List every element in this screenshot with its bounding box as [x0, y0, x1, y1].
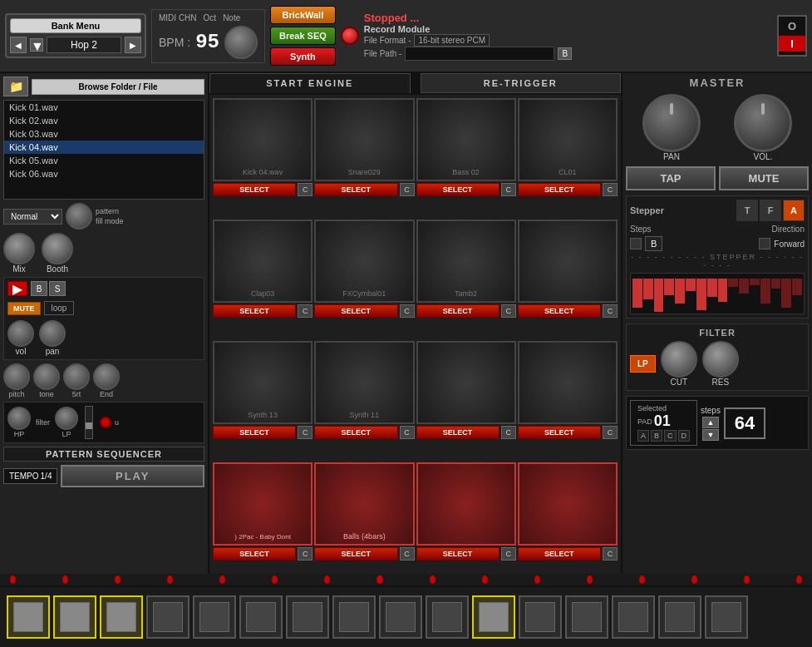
pad-clap03[interactable]: Clap03	[213, 220, 312, 303]
select-btn-fxcymbal01[interactable]: SELECT	[314, 304, 397, 318]
f-button[interactable]: F	[760, 200, 781, 221]
record-dot[interactable]	[341, 27, 359, 45]
c-btn-balls4bars[interactable]: C	[400, 547, 415, 561]
file-item[interactable]: Kick 03.wav	[4, 127, 204, 141]
c-btn-r3c2[interactable]: C	[501, 547, 516, 561]
bpm-knob[interactable]	[224, 26, 258, 59]
select-btn-balls4bars[interactable]: SELECT	[314, 547, 397, 561]
bottom-pad-1[interactable]	[7, 595, 50, 639]
pan-knob-master[interactable]	[642, 94, 701, 152]
browse-button[interactable]: Browse Folder / File	[32, 79, 204, 95]
bottom-pad-5[interactable]	[193, 595, 236, 639]
c-btn-cl01[interactable]: C	[603, 183, 618, 196]
pad-active-r3c3[interactable]	[518, 462, 618, 546]
select-btn-clap03[interactable]: SELECT	[213, 304, 296, 318]
select-btn-bass02[interactable]: SELECT	[416, 183, 500, 196]
mode-select[interactable]: Normal Pattern Fill Mode	[3, 209, 62, 225]
tone-knob[interactable]	[33, 363, 60, 390]
c-btn-r2c2[interactable]: C	[501, 426, 516, 439]
play-button[interactable]: PLAY	[61, 465, 204, 487]
bottom-pad-9[interactable]	[379, 595, 422, 639]
steps-checkbox[interactable]	[630, 238, 642, 249]
select-btn-snare029[interactable]: SELECT	[314, 183, 397, 196]
a-button[interactable]: A	[783, 200, 805, 221]
end-knob[interactable]	[93, 363, 120, 390]
bottom-pad-3[interactable]	[100, 595, 143, 639]
file-item[interactable]: Kick 01.wav	[4, 101, 204, 114]
c-pad-btn[interactable]: C	[664, 430, 677, 442]
bottom-pad-16[interactable]	[705, 595, 748, 639]
loop-button[interactable]: loop	[44, 301, 75, 315]
file-item[interactable]: Kick 02.wav	[4, 114, 204, 127]
t-button[interactable]: T	[736, 200, 758, 221]
c-btn-r1c3[interactable]: C	[603, 304, 618, 318]
bank-prev-button[interactable]: ◀	[10, 37, 27, 53]
b-pad-btn[interactable]: B	[651, 430, 662, 442]
c-btn-synth13[interactable]: C	[298, 426, 312, 439]
folder-icon[interactable]: 📁	[3, 77, 28, 96]
start-engine-tab[interactable]: START ENGINE	[209, 73, 411, 93]
c-btn-synth11[interactable]: C	[400, 426, 415, 439]
brickwall-button[interactable]: BrickWall	[270, 6, 336, 24]
pad-fxcymbal01[interactable]: FXCymbal01	[314, 220, 414, 303]
select-btn-r2c2[interactable]: SELECT	[416, 426, 500, 439]
tap-button[interactable]: TAP	[626, 166, 716, 190]
bottom-pad-6[interactable]	[239, 595, 283, 639]
vol-knob-master[interactable]	[734, 94, 792, 152]
b-btn[interactable]: B	[31, 281, 47, 296]
select-btn-r3c3[interactable]: SELECT	[518, 547, 601, 561]
select-btn-synth11[interactable]: SELECT	[314, 426, 397, 439]
pad-synth13[interactable]: Synth 13	[213, 341, 312, 424]
select-btn-r3c2[interactable]: SELECT	[416, 547, 500, 561]
break-seq-button[interactable]: Break SEQ	[270, 27, 336, 45]
select-btn-cl01[interactable]: SELECT	[518, 183, 601, 196]
bottom-pad-15[interactable]	[658, 595, 701, 639]
forward-checkbox[interactable]	[759, 238, 770, 249]
b-button[interactable]: B	[558, 47, 572, 60]
file-path-input[interactable]	[405, 47, 554, 61]
bottom-pad-7[interactable]	[286, 595, 329, 639]
pad-active-r3c2[interactable]	[416, 462, 516, 546]
re-trigger-tab[interactable]: RE-TRIGGER	[421, 73, 622, 93]
bank-dropdown-icon[interactable]: ▼	[30, 38, 43, 52]
file-item-selected[interactable]: Kick 04.wav	[4, 141, 204, 154]
lp-display[interactable]: LP	[630, 355, 656, 373]
vol-knob[interactable]	[7, 320, 34, 347]
c-btn-bass02[interactable]: C	[501, 183, 516, 196]
bottom-pad-8[interactable]	[332, 595, 376, 639]
s-btn[interactable]: S	[49, 281, 66, 296]
pad-empty-r1c3[interactable]	[518, 220, 618, 303]
c-btn-fxcymbal01[interactable]: C	[400, 304, 415, 318]
c-btn-clap03[interactable]: C	[298, 304, 312, 318]
bottom-pad-2[interactable]	[53, 595, 96, 639]
steps-up-button[interactable]: ▲	[702, 417, 719, 428]
bottom-pad-13[interactable]	[565, 595, 608, 639]
pad-2pac[interactable]: ) 2Pac - Baby Dont	[213, 462, 312, 546]
c-btn-tamb2[interactable]: C	[501, 304, 516, 318]
pad-bass02[interactable]: Bass 02	[416, 98, 516, 181]
srt-knob[interactable]	[63, 363, 90, 390]
bottom-pad-12[interactable]	[519, 595, 562, 639]
mode-knob[interactable]	[66, 203, 92, 230]
pan-knob[interactable]	[39, 320, 66, 347]
res-knob[interactable]	[702, 341, 739, 378]
pad-empty-r2c3[interactable]	[518, 341, 618, 424]
play-small-button[interactable]: ▶	[7, 281, 27, 296]
c-btn-r2c3[interactable]: C	[603, 426, 618, 439]
pad-kick04[interactable]: Kick 04.wav	[213, 98, 312, 181]
bank-next-button[interactable]: ▶	[125, 37, 141, 53]
mute-button[interactable]: MUTE	[7, 302, 41, 315]
file-item[interactable]: Kick 06.wav	[4, 167, 204, 180]
booth-knob[interactable]	[42, 233, 73, 264]
filter-slider[interactable]	[85, 406, 93, 439]
lp-knob[interactable]	[55, 407, 78, 430]
pad-tamb2[interactable]: Tamb2	[416, 220, 516, 303]
select-btn-tamb2[interactable]: SELECT	[416, 304, 500, 318]
pad-synth11[interactable]: Synth 11	[314, 341, 414, 424]
c-btn-r3c3[interactable]: C	[603, 547, 618, 561]
pad-balls4bars[interactable]: Balls (4bars)	[314, 462, 414, 546]
c-btn-kick04[interactable]: C	[298, 183, 312, 196]
select-btn-synth13[interactable]: SELECT	[213, 426, 296, 439]
pitch-knob[interactable]	[3, 363, 30, 390]
cut-knob[interactable]	[661, 341, 697, 378]
